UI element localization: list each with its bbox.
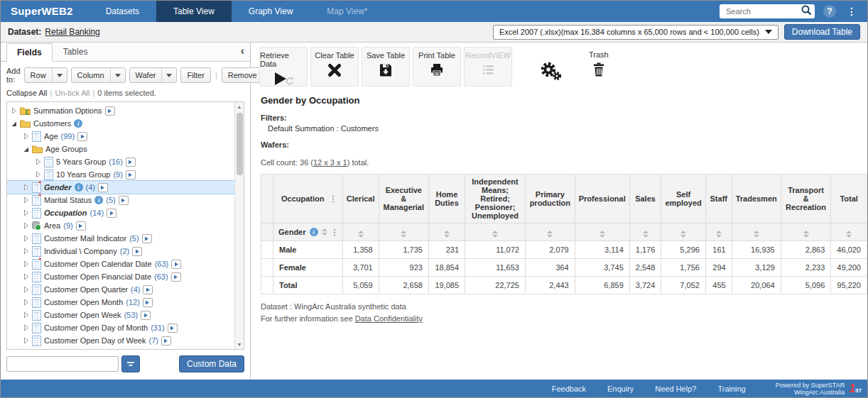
- tree-item-individual-company[interactable]: Individual \ Company(2): [7, 245, 234, 258]
- sort-icon[interactable]: [401, 231, 406, 238]
- export-format-select[interactable]: Excel 2007 (.xlsx)(max 16,384 columns x …: [493, 25, 779, 40]
- col-header-total[interactable]: Total: [831, 175, 867, 223]
- footer-link-need-help[interactable]: Need Help?: [655, 385, 696, 393]
- add-to-filter-button[interactable]: Filter: [180, 67, 210, 83]
- tree-item-customer-open-day-of-month[interactable]: Customer Open Day of Month(31): [7, 321, 234, 334]
- sort-cell-professional[interactable]: [575, 223, 629, 241]
- col-header-primary-production[interactable]: Primary production: [525, 175, 575, 223]
- tab-fields[interactable]: Fields: [6, 43, 53, 62]
- field-filter-button[interactable]: [121, 355, 140, 372]
- expand-node-icon[interactable]: [22, 209, 29, 216]
- add-to-wafer-button[interactable]: Wafer: [129, 67, 178, 83]
- sort-icon[interactable]: [322, 228, 327, 236]
- tree-item-summation-options[interactable]: ΣSummation Options: [7, 104, 234, 117]
- expand-node-icon[interactable]: [22, 324, 29, 331]
- nav-graph-view[interactable]: Graph View: [232, 1, 310, 22]
- sort-cell-transport-recreation[interactable]: [781, 223, 831, 241]
- tree-item-area[interactable]: Area(9): [7, 219, 234, 232]
- toolbar-print-table-button[interactable]: Print Table: [413, 47, 461, 87]
- tree-item-customer-open-month[interactable]: Customer Open Month(12): [7, 296, 234, 309]
- help-icon[interactable]: ?: [823, 5, 836, 18]
- field-action-button[interactable]: [119, 196, 129, 205]
- sort-cell-sales[interactable]: [629, 223, 661, 241]
- expand-node-icon[interactable]: [34, 171, 41, 178]
- expand-node-icon[interactable]: [22, 235, 29, 242]
- sort-cell-primary-production[interactable]: [525, 223, 575, 241]
- sort-icon[interactable]: [716, 231, 722, 238]
- field-action-button[interactable]: [105, 106, 115, 116]
- expand-node-icon[interactable]: [22, 222, 29, 229]
- sort-icon[interactable]: [754, 231, 759, 238]
- search-input[interactable]: [725, 6, 801, 16]
- col-header-professional[interactable]: Professional: [575, 175, 629, 223]
- field-action-button[interactable]: [132, 247, 142, 256]
- tree-item-customers[interactable]: Customersi: [7, 117, 234, 130]
- info-icon[interactable]: i: [75, 183, 83, 192]
- field-action-button[interactable]: [77, 132, 87, 141]
- tree-item-customer-open-calendar-date[interactable]: *Customer Open Calendar Date(63): [7, 258, 234, 270]
- tree-item-age-groups[interactable]: Age Groups: [7, 143, 234, 155]
- sort-icon[interactable]: [358, 231, 364, 238]
- field-action-button[interactable]: [76, 221, 86, 231]
- nav-datasets[interactable]: Datasets: [89, 1, 156, 22]
- download-table-button[interactable]: Download Table: [784, 24, 860, 40]
- col-header-staff[interactable]: Staff: [705, 175, 732, 223]
- tree-item-customer-open-week[interactable]: Customer Open Week(53): [7, 309, 234, 321]
- untick-all-link[interactable]: Un-tick All: [55, 89, 89, 97]
- expand-node-icon[interactable]: [22, 184, 29, 191]
- add-to-row-button[interactable]: Row: [24, 67, 67, 83]
- column-field-header[interactable]: Occupation⋮: [273, 175, 343, 223]
- field-action-button[interactable]: [126, 170, 136, 179]
- collapse-node-icon[interactable]: [10, 121, 17, 127]
- expand-node-icon[interactable]: [22, 299, 29, 306]
- field-action-button[interactable]: [171, 272, 181, 282]
- sort-cell-independent-means-retired-pensioner-unemployed[interactable]: [465, 223, 526, 241]
- tree-item-10-years-group[interactable]: 10 Years Group(9): [7, 168, 234, 181]
- col-header-home-duties[interactable]: Home Duties: [428, 175, 465, 223]
- footer-link-enquiry[interactable]: Enquiry: [607, 385, 634, 393]
- table-options-gears-button[interactable]: [539, 47, 562, 84]
- expand-node-icon[interactable]: [22, 133, 29, 140]
- add-to-column-button[interactable]: Column: [71, 67, 126, 83]
- chevron-down-icon[interactable]: [110, 68, 125, 82]
- col-header-independent-means-retired-pensioner-unemployed[interactable]: Independent Means; Retired; Pensioner; U…: [465, 175, 526, 223]
- sort-cell-tradesmen[interactable]: [732, 223, 781, 241]
- field-action-button[interactable]: [141, 311, 151, 320]
- chevron-down-icon[interactable]: [161, 68, 176, 82]
- sort-icon[interactable]: [492, 231, 498, 238]
- expand-node-icon[interactable]: [22, 248, 29, 255]
- sort-cell-total[interactable]: [831, 223, 867, 241]
- field-action-button[interactable]: [168, 324, 178, 333]
- dataset-link[interactable]: Retail Banking: [45, 27, 99, 37]
- field-action-button[interactable]: [126, 157, 136, 167]
- footer-link-feedback[interactable]: Feedback: [552, 385, 586, 393]
- expand-node-icon[interactable]: [10, 107, 17, 114]
- chevron-down-icon[interactable]: [52, 68, 67, 82]
- sort-icon[interactable]: [643, 231, 649, 238]
- tree-item-accounts[interactable]: Accounts: [7, 347, 234, 349]
- expand-node-icon[interactable]: [22, 337, 29, 344]
- trash-button[interactable]: Trash: [589, 47, 609, 81]
- field-action-button[interactable]: [107, 209, 116, 218]
- row-menu-icon[interactable]: ⋮: [331, 228, 339, 237]
- sort-icon[interactable]: [444, 231, 450, 238]
- sort-cell-staff[interactable]: [705, 223, 732, 241]
- nav-map-view[interactable]: Map View*: [310, 1, 384, 22]
- tree-item-occupation[interactable]: Occupation(14): [7, 206, 234, 219]
- info-icon[interactable]: i: [74, 119, 82, 128]
- col-header-sales[interactable]: Sales: [629, 175, 661, 223]
- col-header-tradesmen[interactable]: Tradesmen: [732, 175, 781, 223]
- expand-node-icon[interactable]: [34, 158, 41, 165]
- row-field-header[interactable]: Genderi⋮: [273, 223, 343, 241]
- scroll-down-icon[interactable]: ▼: [237, 340, 242, 349]
- tree-item-customer-mail-indicator[interactable]: Customer Mail Indicator(5): [7, 232, 234, 245]
- expand-node-icon[interactable]: [22, 286, 29, 293]
- scrollbar-thumb[interactable]: [237, 113, 243, 175]
- toolbar-save-table-button[interactable]: Save Table: [362, 47, 410, 87]
- col-header-self-employed[interactable]: Self employed: [661, 175, 706, 223]
- column-menu-icon[interactable]: ⋮: [330, 194, 337, 204]
- expand-node-icon[interactable]: [22, 197, 29, 204]
- sort-cell-self-employed[interactable]: [661, 223, 706, 241]
- cell-count-link[interactable]: 12 x 3 x 1: [313, 158, 347, 167]
- toolbar-clear-table-button[interactable]: Clear Table: [310, 47, 359, 87]
